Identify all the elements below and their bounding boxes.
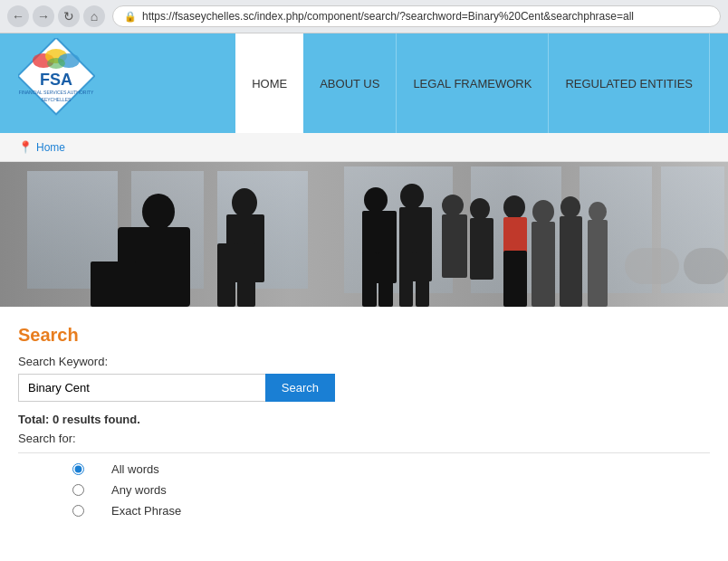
- svg-rect-29: [399, 252, 413, 307]
- site-header: FSA FINANCIAL SERVICES AUTHORITY SEYCHEL…: [0, 33, 728, 133]
- nav-item-regulated[interactable]: REGULATED ENTITIES: [549, 33, 710, 133]
- svg-rect-42: [503, 217, 527, 253]
- svg-point-41: [503, 195, 525, 219]
- search-title: Search: [18, 325, 710, 346]
- svg-rect-38: [560, 216, 582, 307]
- svg-rect-12: [344, 166, 453, 293]
- logo-svg: FSA FINANCIAL SERVICES AUTHORITY SEYCHEL…: [18, 38, 95, 128]
- forward-button[interactable]: →: [33, 5, 54, 27]
- radio-exact-phrase-label: Exact Phrase: [111, 504, 181, 518]
- nav-item-home[interactable]: HOME: [235, 33, 303, 133]
- browser-toolbar: ← → ↻ ⌂ 🔒 https://fsaseychelles.sc/index…: [0, 0, 728, 33]
- svg-point-35: [532, 200, 554, 223]
- radio-all-words[interactable]: [72, 463, 84, 475]
- breadcrumb-bar: 📍 Home: [0, 133, 728, 162]
- svg-rect-40: [588, 220, 608, 307]
- url-text: https://fsaseychelles.sc/index.php/compo…: [142, 10, 634, 23]
- radio-option-all-words[interactable]: All words: [72, 462, 710, 476]
- radio-any-words[interactable]: [72, 484, 84, 496]
- svg-text:SEYCHELLES: SEYCHELLES: [42, 97, 72, 102]
- svg-rect-25: [362, 252, 377, 307]
- main-content: Search Search Keyword: Search Total: 0 r…: [0, 307, 728, 536]
- lock-icon: 🔒: [124, 11, 137, 23]
- browser-nav-buttons: ← → ↻ ⌂: [7, 5, 105, 27]
- svg-point-16: [142, 194, 175, 230]
- svg-rect-18: [91, 261, 136, 307]
- back-button[interactable]: ←: [7, 5, 29, 27]
- hero-svg: [0, 162, 728, 307]
- svg-rect-32: [442, 214, 467, 278]
- divider: [18, 452, 710, 453]
- svg-rect-34: [470, 218, 493, 280]
- svg-point-4: [47, 58, 65, 69]
- radio-option-exact-phrase[interactable]: Exact Phrase: [72, 504, 710, 518]
- address-bar[interactable]: 🔒 https://fsaseychelles.sc/index.php/com…: [112, 5, 721, 27]
- browser-chrome: ← → ↻ ⌂ 🔒 https://fsaseychelles.sc/index…: [0, 0, 728, 33]
- home-button[interactable]: ⌂: [83, 5, 105, 27]
- svg-point-27: [400, 184, 424, 209]
- pin-icon: 📍: [18, 140, 33, 154]
- svg-rect-44: [625, 248, 679, 284]
- svg-point-23: [364, 187, 388, 213]
- svg-rect-45: [684, 248, 728, 284]
- radio-option-any-words[interactable]: Any words: [72, 483, 710, 497]
- svg-text:FINANCIAL SERVICES AUTHORITY: FINANCIAL SERVICES AUTHORITY: [19, 90, 94, 95]
- search-for-label: Search for:: [18, 432, 710, 445]
- svg-point-19: [232, 188, 257, 217]
- logo-area[interactable]: FSA FINANCIAL SERVICES AUTHORITY SEYCHEL…: [18, 38, 95, 128]
- svg-text:FSA: FSA: [40, 71, 72, 89]
- svg-point-31: [442, 195, 464, 216]
- nav-item-about[interactable]: ABOUT US: [303, 33, 397, 133]
- svg-rect-30: [416, 252, 429, 307]
- results-total: Total: 0 results found.: [18, 413, 710, 426]
- radio-any-words-label: Any words: [111, 483, 167, 497]
- search-options: All words Any words Exact Phrase: [72, 462, 710, 518]
- radio-all-words-label: All words: [111, 462, 159, 476]
- search-input[interactable]: [18, 374, 265, 402]
- breadcrumb-home[interactable]: Home: [36, 141, 65, 154]
- reload-button[interactable]: ↻: [58, 5, 80, 27]
- search-input-row: Search: [18, 374, 335, 402]
- svg-point-39: [589, 202, 607, 222]
- nav-item-legal[interactable]: LEGAL FRAMEWORK: [397, 33, 549, 133]
- svg-rect-22: [237, 243, 255, 307]
- search-button[interactable]: Search: [265, 374, 335, 402]
- nav-menu: HOME ABOUT US LEGAL FRAMEWORK REGULATED …: [235, 33, 710, 133]
- hero-image: [0, 162, 728, 307]
- svg-rect-26: [378, 252, 393, 307]
- svg-point-37: [560, 196, 580, 218]
- svg-rect-43: [503, 251, 527, 307]
- search-keyword-label: Search Keyword:: [18, 355, 710, 368]
- svg-point-33: [470, 198, 490, 220]
- svg-rect-21: [217, 243, 235, 307]
- svg-rect-36: [532, 222, 555, 307]
- radio-exact-phrase[interactable]: [72, 505, 84, 517]
